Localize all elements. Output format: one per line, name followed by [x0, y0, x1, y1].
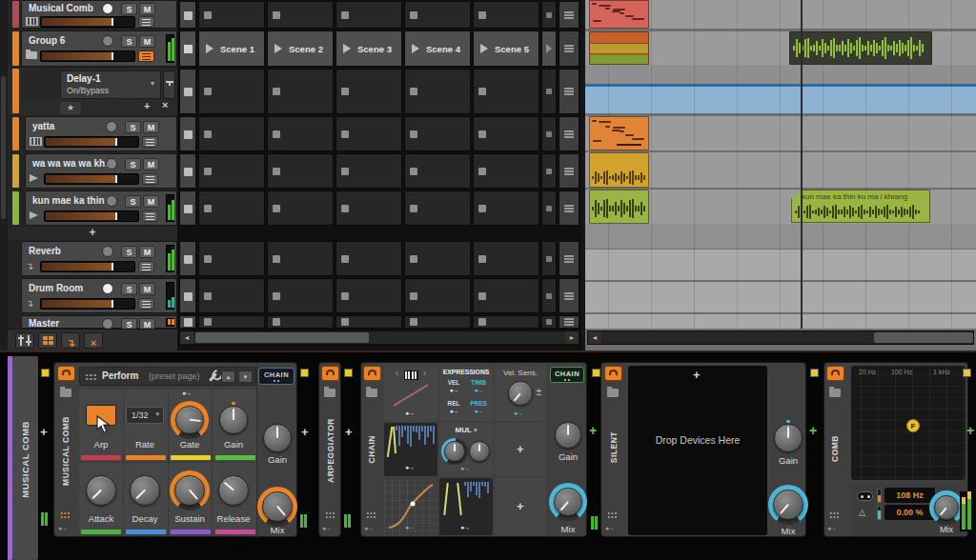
- clip-slot[interactable]: [336, 278, 402, 313]
- note-display-cell[interactable]: ●→: [439, 478, 493, 535]
- record-arm-button[interactable]: [106, 121, 117, 132]
- mod-source-icon[interactable]: ●→: [514, 410, 522, 416]
- clip-slot[interactable]: [198, 116, 265, 151]
- device-musical-comb[interactable]: MUSICAL COMB ●→ Perform (preset page) ▲ …: [53, 362, 297, 537]
- clip-stop-button[interactable]: [179, 241, 196, 276]
- track-header[interactable]: Drum Room S M ↴: [21, 278, 177, 313]
- scene-stop-cell[interactable]: [179, 30, 196, 67]
- midi-clip[interactable]: [589, 116, 649, 150]
- clip-slot[interactable]: [541, 190, 557, 226]
- nav-right-icon[interactable]: ›: [423, 369, 426, 378]
- arranger-scrollbar[interactable]: ◄: [587, 330, 974, 345]
- clip-slot[interactable]: [404, 116, 471, 151]
- clip-slot[interactable]: [473, 241, 539, 276]
- mute-button[interactable]: M: [139, 283, 155, 295]
- clip-slot[interactable]: [336, 116, 402, 151]
- mul-cell[interactable]: MUL ▾ ●→: [439, 423, 493, 476]
- mute-button[interactable]: M: [139, 35, 155, 48]
- add-lane-button[interactable]: +: [144, 100, 150, 111]
- mod-source-icon[interactable]: ●→: [460, 524, 469, 530]
- feedback-value[interactable]: 0.00 %: [884, 505, 935, 520]
- expression-pres[interactable]: PRES●→: [466, 400, 491, 414]
- clip-slot[interactable]: [473, 116, 539, 151]
- clip-slot[interactable]: [198, 1, 265, 29]
- scene-menu-cell[interactable]: [559, 30, 580, 67]
- clip-slot[interactable]: [198, 190, 265, 226]
- device-silent[interactable]: SILENT ●→ + Drop Devices Here Gain Mix: [600, 362, 806, 537]
- layer-handle[interactable]: [963, 369, 971, 377]
- mod-source-icon[interactable]: ●→: [460, 465, 469, 471]
- frequency-display[interactable]: 20 Hz 100 Hz 1 kHz F: [851, 366, 966, 480]
- attack-knob[interactable]: [86, 475, 116, 506]
- arranger-track-lane[interactable]: [585, 250, 976, 280]
- clip-slot[interactable]: [541, 241, 557, 276]
- clip-stop-button[interactable]: [179, 116, 196, 151]
- clip-stop-button[interactable]: [179, 1, 196, 29]
- clip-slot[interactable]: [404, 153, 471, 189]
- clip-slot[interactable]: [541, 116, 557, 151]
- volume-fader[interactable]: [44, 173, 139, 185]
- device-mix-knob[interactable]: [554, 488, 582, 516]
- scene-play-icon[interactable]: [480, 44, 488, 53]
- modulators-icon[interactable]: ●→: [827, 525, 836, 531]
- row-menu-button[interactable]: [559, 1, 580, 29]
- chevron-down-icon[interactable]: ▾: [474, 427, 478, 433]
- vel-sens-cell[interactable]: Vel. Sens. ± ●→: [495, 366, 546, 421]
- device-power-button[interactable]: [363, 366, 381, 381]
- clip-stop-button[interactable]: [179, 153, 196, 189]
- solo-button[interactable]: S: [125, 158, 141, 170]
- mod-source-icon[interactable]: ●→: [405, 464, 414, 470]
- insert-device-button[interactable]: +: [589, 423, 597, 438]
- scene-cell[interactable]: Scene 3: [336, 30, 402, 67]
- clip-slot[interactable]: [541, 315, 557, 329]
- clip-slot[interactable]: [336, 153, 402, 189]
- clip-slot[interactable]: [267, 315, 334, 329]
- close-lane-button[interactable]: ×: [162, 99, 168, 110]
- track-menu-button[interactable]: [138, 16, 154, 28]
- preset-browser-icon[interactable]: [607, 389, 619, 397]
- device-power-button[interactable]: [321, 366, 339, 381]
- insert-device-button[interactable]: +: [809, 423, 817, 438]
- clip-slot[interactable]: [267, 190, 334, 226]
- release-knob[interactable]: [218, 475, 249, 506]
- decay-knob[interactable]: [130, 475, 160, 506]
- frequency-node[interactable]: F: [906, 419, 920, 432]
- preset-browser-icon[interactable]: [60, 389, 71, 397]
- row-menu-button[interactable]: [559, 190, 580, 226]
- insert-device-button[interactable]: +: [966, 423, 974, 438]
- device-track-strip[interactable]: MUSICAL COMB: [12, 356, 38, 560]
- mute-button[interactable]: M: [139, 3, 155, 15]
- clip-slot[interactable]: [473, 153, 539, 189]
- track-header[interactable]: Master S M: [21, 315, 177, 329]
- volume-fader[interactable]: [40, 298, 135, 310]
- insert-device-button[interactable]: +: [301, 425, 309, 439]
- device-drop-zone[interactable]: + Drop Devices Here: [628, 366, 767, 535]
- audio-clip[interactable]: [589, 190, 649, 224]
- device-chain[interactable]: CHAIN ●→ ‹ › ●→ EXPRESSIONS VEL●→ TIMB●→…: [360, 362, 587, 537]
- feedback-icon[interactable]: △: [859, 508, 865, 517]
- mute-button[interactable]: M: [143, 158, 159, 170]
- feedback-mini-slider[interactable]: [877, 506, 882, 520]
- layer-handle[interactable]: [810, 369, 819, 377]
- record-arm-button[interactable]: [102, 35, 113, 47]
- track-header[interactable]: wa wa wa wa kh... S M: [25, 153, 177, 189]
- device-name[interactable]: ARPEGGIATOR: [326, 418, 336, 483]
- row-menu-button[interactable]: [559, 153, 580, 189]
- launcher-scrollbar[interactable]: ◄ ►: [179, 330, 580, 345]
- audio-clip[interactable]: [789, 31, 932, 65]
- expression-rel[interactable]: REL●→: [441, 400, 466, 414]
- expressions-cell[interactable]: EXPRESSIONS VEL●→ TIMB●→ REL●→ PRES●→: [439, 366, 493, 421]
- preset-browser-icon[interactable]: [366, 389, 377, 397]
- track-header[interactable]: Reverb S M ↴: [21, 241, 177, 276]
- chevron-down-icon[interactable]: ▾: [151, 79, 154, 88]
- mul-knob-1[interactable]: [444, 441, 465, 462]
- scene-cell[interactable]: Scene 2: [267, 30, 334, 67]
- scene-cell[interactable]: Scene 5: [473, 30, 539, 67]
- scroll-left-icon[interactable]: ◄: [588, 331, 601, 344]
- track-menu-button[interactable]: [138, 261, 154, 272]
- device-arpeggiator[interactable]: ARPEGGIATOR ●→: [318, 362, 341, 537]
- frequency-mini-slider[interactable]: [877, 489, 882, 503]
- clip-slot[interactable]: [473, 69, 539, 114]
- fx-tracks-button[interactable]: ↴: [61, 332, 80, 349]
- row-menu-button[interactable]: [559, 315, 580, 329]
